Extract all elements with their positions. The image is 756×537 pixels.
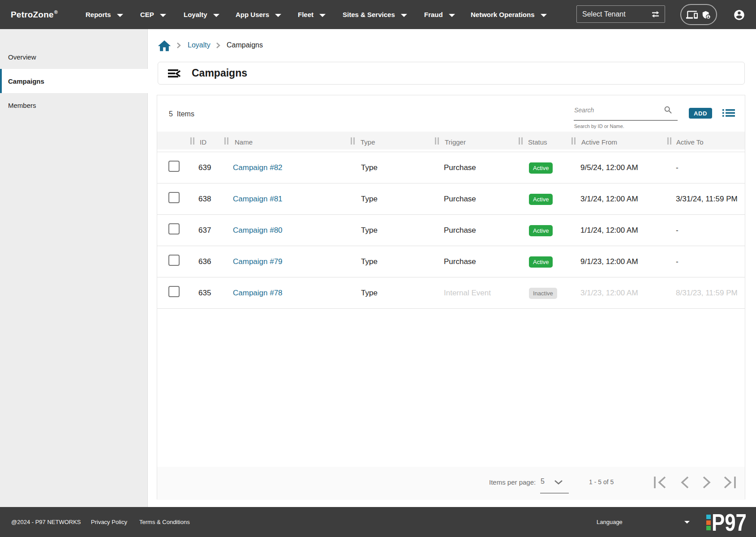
svg-text:P97: P97 [712, 511, 747, 534]
